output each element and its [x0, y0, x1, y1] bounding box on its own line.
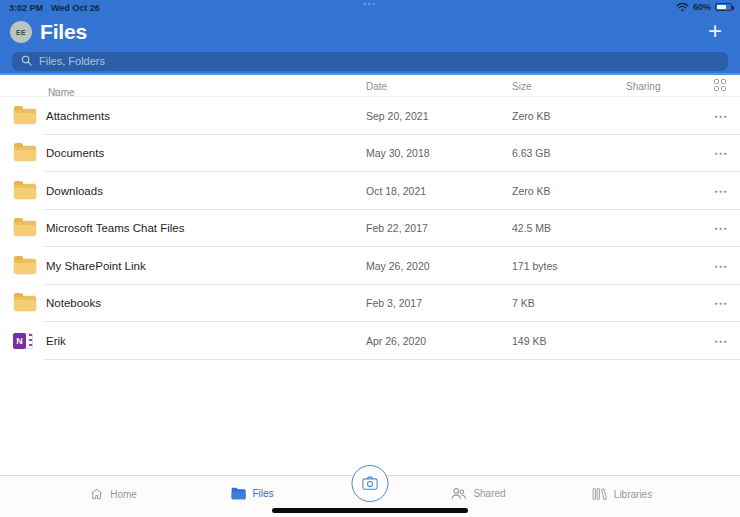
tab-shared[interactable]: Shared: [450, 487, 505, 500]
shared-people-icon: [450, 487, 467, 500]
tab-files[interactable]: Files: [230, 487, 273, 500]
wifi-icon: [676, 2, 689, 12]
page-title: Files: [40, 20, 87, 44]
file-name: My SharePoint Link: [46, 260, 146, 272]
tab-label: Home: [110, 489, 137, 500]
files-folder-icon: [230, 487, 246, 500]
file-name: Microsoft Teams Chat Files: [46, 222, 184, 234]
tab-label: Libraries: [614, 489, 652, 500]
file-size: 6.63 GB: [512, 147, 551, 159]
more-options-button[interactable]: ●●●: [710, 336, 732, 346]
folder-icon: [14, 146, 36, 161]
file-list: N Attachments Sep 20, 2021 Zero KB ●●● N…: [0, 97, 740, 360]
more-options-button[interactable]: ●●●: [710, 223, 732, 233]
search-bar: [12, 51, 728, 70]
column-date[interactable]: Date: [366, 81, 387, 92]
libraries-books-icon: [592, 487, 608, 501]
status-time: 3:02 PM: [9, 3, 43, 13]
table-row[interactable]: N My SharePoint Link May 26, 2020 171 by…: [0, 247, 740, 285]
status-time-date: 3:02 PM Wed Oct 26: [9, 3, 100, 13]
status-date: Wed Oct 26: [51, 3, 100, 13]
search-input[interactable]: [12, 52, 728, 71]
list-column-header: Name↑ Date Size Sharing: [0, 75, 740, 97]
camera-button[interactable]: [352, 465, 389, 502]
battery-icon: [715, 3, 732, 11]
file-date: Feb 3, 2017: [366, 297, 422, 309]
title-row: EE Files +: [0, 20, 740, 46]
more-options-button[interactable]: ●●●: [710, 261, 732, 271]
file-size: 149 KB: [512, 335, 546, 347]
file-size: 42.5 MB: [512, 222, 551, 234]
file-name: Notebooks: [46, 297, 101, 309]
home-icon: [89, 487, 104, 501]
column-sharing[interactable]: Sharing: [626, 81, 660, 92]
file-date: May 26, 2020: [366, 260, 430, 272]
status-bar: 3:02 PM Wed Oct 26 ●●● 60%: [0, 0, 740, 16]
file-name: Downloads: [46, 185, 103, 197]
app-header: 3:02 PM Wed Oct 26 ●●● 60% EE Files +: [0, 0, 740, 75]
file-size: 171 bytes: [512, 260, 558, 272]
folder-icon: [14, 221, 36, 236]
more-options-button[interactable]: ●●●: [710, 186, 732, 196]
tab-home[interactable]: Home: [89, 487, 137, 501]
file-name: Attachments: [46, 110, 110, 122]
status-indicators: 60%: [676, 2, 732, 12]
table-row[interactable]: N Erik Apr 26, 2020 149 KB ●●●: [0, 322, 740, 360]
file-date: May 30, 2018: [366, 147, 430, 159]
table-row[interactable]: N Documents May 30, 2018 6.63 GB ●●●: [0, 135, 740, 173]
more-options-button[interactable]: ●●●: [710, 298, 732, 308]
onenote-icon: N: [13, 332, 34, 350]
table-row[interactable]: N Downloads Oct 18, 2021 Zero KB ●●●: [0, 172, 740, 210]
folder-icon: [14, 184, 36, 199]
home-indicator[interactable]: [272, 508, 468, 513]
file-name: Documents: [46, 147, 104, 159]
add-button[interactable]: +: [702, 18, 728, 44]
table-row[interactable]: N Microsoft Teams Chat Files Feb 22, 201…: [0, 210, 740, 248]
avatar[interactable]: EE: [10, 21, 32, 43]
tab-libraries[interactable]: Libraries: [592, 487, 652, 501]
folder-icon: [14, 296, 36, 311]
table-row[interactable]: N Attachments Sep 20, 2021 Zero KB ●●●: [0, 97, 740, 135]
file-date: Sep 20, 2021: [366, 110, 428, 122]
file-size: 7 KB: [512, 297, 535, 309]
sort-ascending-icon: ↑: [53, 87, 58, 97]
folder-icon: [14, 259, 36, 274]
more-options-button[interactable]: ●●●: [710, 111, 732, 121]
table-row[interactable]: N Notebooks Feb 3, 2017 7 KB ●●●: [0, 285, 740, 323]
view-layout-toggle-icon[interactable]: [714, 79, 727, 92]
folder-icon: [14, 109, 36, 124]
battery-percent: 60%: [693, 2, 711, 12]
multitask-dots-icon: ●●●: [363, 1, 376, 6]
file-date: Oct 18, 2021: [366, 185, 426, 197]
file-size: Zero KB: [512, 185, 551, 197]
camera-icon: [362, 476, 379, 491]
tab-label: Files: [252, 488, 273, 499]
tab-label: Shared: [473, 488, 505, 499]
onedrive-files-screen: 3:02 PM Wed Oct 26 ●●● 60% EE Files +: [0, 0, 740, 517]
file-date: Apr 26, 2020: [366, 335, 426, 347]
file-date: Feb 22, 2017: [366, 222, 428, 234]
more-options-button[interactable]: ●●●: [710, 148, 732, 158]
column-size[interactable]: Size: [512, 81, 531, 92]
file-size: Zero KB: [512, 110, 551, 122]
file-name: Erik: [46, 335, 66, 347]
